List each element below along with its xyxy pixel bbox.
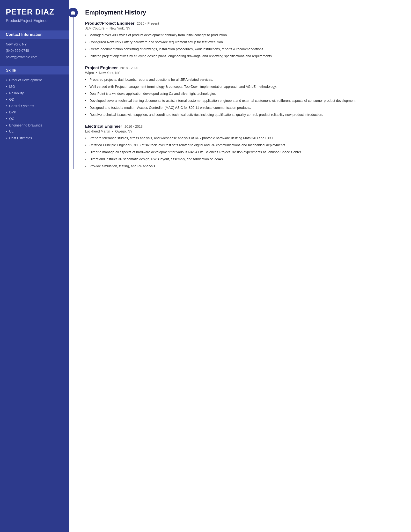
bullet-item: Initiated project objectives by studying… bbox=[85, 54, 402, 59]
job-company: Wipro • New York, NY bbox=[85, 71, 402, 75]
bullet-item: Hired to manage all aspects of hardware … bbox=[85, 150, 402, 155]
main-content: Employment History Product/Project Engin… bbox=[69, 0, 411, 532]
bullet-item: Provide simulation, testing, and RF anal… bbox=[85, 164, 402, 169]
bullet-item: Deal Point is a windows application deve… bbox=[85, 91, 402, 96]
job-title: Electrical Engineer bbox=[85, 124, 122, 129]
job-header: Electrical Engineer2016 - 2018 bbox=[85, 124, 402, 129]
bullet-item: Resolve technical issues with suppliers … bbox=[85, 112, 402, 117]
skill-item: Product Development bbox=[6, 78, 63, 83]
job-bullets: Prepare tolerance studies, stress analys… bbox=[85, 136, 402, 169]
bullet-item: Prepared projects, dashboards, reports a… bbox=[85, 77, 402, 82]
skill-item: DVP bbox=[6, 110, 63, 115]
job-header: Project Engineer2018 - 2020 bbox=[85, 66, 402, 70]
contact-email: pdiaz@example.com bbox=[6, 55, 63, 60]
skill-item: UL bbox=[6, 129, 63, 134]
candidate-title: Product/Project Engineer bbox=[6, 18, 63, 23]
bullet-item: Direct and instruct RF schematic design,… bbox=[85, 157, 402, 162]
job-company: JLM Couture • New York, NY bbox=[85, 26, 402, 30]
main-inner: Employment History Product/Project Engin… bbox=[73, 8, 402, 169]
candidate-name: PETER DIAZ bbox=[6, 8, 63, 16]
contact-info: New York, NY (840) 555-0748 pdiaz@exampl… bbox=[6, 42, 63, 60]
skill-item: ISO bbox=[6, 84, 63, 89]
bullet-item: Designed and tested a medium Access Cont… bbox=[85, 105, 402, 110]
skill-item: QC bbox=[6, 116, 63, 121]
bullet-item: Well versed with Project management term… bbox=[85, 84, 402, 89]
bullet-item: Certified Principle Engineer (CPE) of si… bbox=[85, 143, 402, 148]
job-bullets: Prepared projects, dashboards, reports a… bbox=[85, 77, 402, 117]
briefcase-icon bbox=[71, 10, 75, 15]
contact-phone: (840) 555-0748 bbox=[6, 48, 63, 53]
separator: • bbox=[106, 26, 108, 30]
job-title: Product/Project Engineer bbox=[85, 21, 134, 26]
separator: • bbox=[112, 129, 113, 133]
job-dates: 2020 - Present bbox=[137, 21, 159, 25]
job-bullets: Managed over 400 styles of product devel… bbox=[85, 33, 402, 59]
bullet-item: Configured New York Lottery hardware and… bbox=[85, 40, 402, 45]
skill-item: Control Systems bbox=[6, 104, 63, 109]
skills-list: Product DevelopmentISOReliabilityGDContr… bbox=[6, 78, 63, 141]
skill-item: Reliability bbox=[6, 91, 63, 96]
job-title: Project Engineer bbox=[85, 66, 118, 70]
contact-location: New York, NY bbox=[6, 42, 63, 47]
bullet-item: Managed over 400 styles of product devel… bbox=[85, 33, 402, 38]
job-company: Lockheed Martin • Owego, NY bbox=[85, 129, 402, 133]
skill-item: GD bbox=[6, 97, 63, 102]
bullet-item: Developed several technical training doc… bbox=[85, 98, 402, 103]
skills-section: Product DevelopmentISOReliabilityGDContr… bbox=[6, 78, 63, 141]
job-header: Product/Project Engineer2020 - Present bbox=[85, 21, 402, 26]
sidebar: PETER DIAZ Product/Project Engineer Cont… bbox=[0, 0, 69, 532]
bullet-item: Create documentation consisting of drawi… bbox=[85, 47, 402, 52]
job-block: Product/Project Engineer2020 - PresentJL… bbox=[85, 21, 402, 59]
job-block: Project Engineer2018 - 2020Wipro • New Y… bbox=[85, 66, 402, 117]
skill-item: Cost Estimates bbox=[6, 136, 63, 141]
contact-header: Contact Information bbox=[0, 30, 69, 39]
jobs-container: Product/Project Engineer2020 - PresentJL… bbox=[85, 21, 402, 169]
job-dates: 2018 - 2020 bbox=[120, 66, 138, 70]
bullet-item: Prepare tolerance studies, stress analys… bbox=[85, 136, 402, 141]
job-dates: 2016 - 2018 bbox=[124, 124, 143, 128]
skill-item: Engineering Drawings bbox=[6, 123, 63, 128]
job-block: Electrical Engineer2016 - 2018Lockheed M… bbox=[85, 124, 402, 169]
section-title: Employment History bbox=[85, 8, 402, 16]
separator: • bbox=[96, 71, 97, 75]
skills-header: Skills bbox=[0, 66, 69, 75]
employment-icon bbox=[68, 8, 78, 17]
